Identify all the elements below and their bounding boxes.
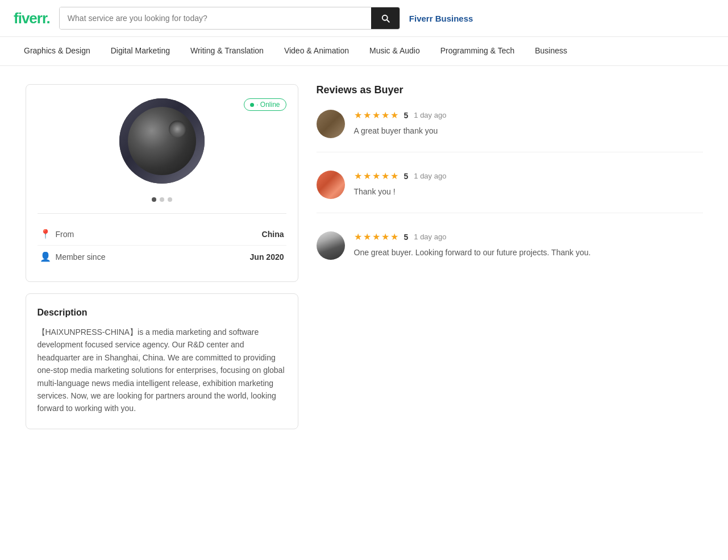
from-value: China bbox=[262, 230, 284, 239]
review-item: ★ ★ ★ ★ ★ 5 1 day ago Thank you ! bbox=[317, 171, 703, 213]
star-5: ★ bbox=[390, 231, 398, 242]
search-input[interactable] bbox=[60, 7, 371, 29]
pagination-dot-1[interactable] bbox=[152, 197, 156, 202]
profile-info: 📍 From China 👤 Member since Jun 2020 bbox=[38, 214, 286, 268]
nav-item-writing-translation[interactable]: Writing & Translation bbox=[180, 37, 274, 65]
profile-card: · Online 📍 From China bbox=[26, 84, 298, 282]
from-row: 📍 From China bbox=[38, 223, 286, 246]
review-meta-1: ★ ★ ★ ★ ★ 5 1 day ago bbox=[354, 110, 703, 121]
review-text-2: Thank you ! bbox=[354, 186, 703, 198]
reviewer-avatar-1 bbox=[317, 110, 345, 138]
main-content: · Online 📍 From China bbox=[12, 66, 717, 447]
search-icon bbox=[380, 13, 390, 23]
member-icon: 👤 bbox=[40, 251, 51, 262]
review-content-1: ★ ★ ★ ★ ★ 5 1 day ago A great buyer than… bbox=[354, 110, 703, 138]
nav-item-video-animation[interactable]: Video & Animation bbox=[274, 37, 359, 65]
star-1: ★ bbox=[354, 110, 362, 121]
online-badge: · Online bbox=[244, 98, 286, 111]
pagination-dot-2[interactable] bbox=[160, 197, 164, 202]
logo[interactable]: fiverr. bbox=[14, 10, 50, 27]
search-bar bbox=[59, 7, 400, 30]
from-label: From bbox=[56, 230, 262, 239]
logo-dot: . bbox=[47, 10, 50, 27]
star-count-3: 5 bbox=[404, 233, 409, 242]
nav-item-music-audio[interactable]: Music & Audio bbox=[359, 37, 430, 65]
star-2: ★ bbox=[363, 231, 371, 242]
star-1: ★ bbox=[354, 231, 362, 242]
star-5: ★ bbox=[390, 110, 398, 121]
review-stars-3: ★ ★ ★ ★ ★ bbox=[354, 231, 398, 242]
avatar bbox=[119, 98, 205, 184]
header: fiverr. Fiverr Business bbox=[0, 0, 728, 37]
online-label: · Online bbox=[256, 101, 280, 109]
review-meta-3: ★ ★ ★ ★ ★ 5 1 day ago bbox=[354, 231, 703, 242]
death-star-image bbox=[128, 107, 196, 175]
review-content-2: ★ ★ ★ ★ ★ 5 1 day ago Thank you ! bbox=[354, 171, 703, 199]
nav-item-digital-marketing[interactable]: Digital Marketing bbox=[101, 37, 180, 65]
review-content-3: ★ ★ ★ ★ ★ 5 1 day ago One great buyer. L… bbox=[354, 231, 703, 260]
star-2: ★ bbox=[363, 110, 371, 121]
description-title: Description bbox=[38, 308, 286, 318]
profile-top: · Online bbox=[38, 98, 286, 214]
description-text: 【HAIXUNPRESS-CHINA】is a media marketing … bbox=[38, 326, 286, 415]
star-3: ★ bbox=[372, 231, 380, 242]
review-time-1: 1 day ago bbox=[414, 111, 446, 119]
avatar-placeholder bbox=[119, 98, 205, 184]
logo-text: fiverr bbox=[14, 10, 47, 27]
review-text-3: One great buyer. Looking forward to our … bbox=[354, 247, 703, 259]
star-3: ★ bbox=[372, 171, 380, 181]
left-column: · Online 📍 From China bbox=[26, 84, 298, 429]
pagination-dot-3[interactable] bbox=[168, 197, 172, 202]
star-4: ★ bbox=[381, 171, 389, 181]
review-time-2: 1 day ago bbox=[414, 172, 446, 180]
star-count-1: 5 bbox=[404, 111, 409, 120]
main-nav: Graphics & Design Digital Marketing Writ… bbox=[0, 37, 728, 66]
star-4: ★ bbox=[381, 231, 389, 242]
nav-item-business[interactable]: Business bbox=[525, 37, 577, 65]
location-icon: 📍 bbox=[40, 229, 51, 239]
nav-item-graphics-design[interactable]: Graphics & Design bbox=[14, 37, 101, 65]
review-text-1: A great buyer thank you bbox=[354, 125, 703, 137]
fiverr-business-link[interactable]: Fiverr Business bbox=[409, 14, 473, 23]
online-dot bbox=[250, 103, 254, 107]
star-5: ★ bbox=[390, 171, 398, 181]
review-stars-1: ★ ★ ★ ★ ★ bbox=[354, 110, 398, 121]
nav-item-programming-tech[interactable]: Programming & Tech bbox=[430, 37, 525, 65]
description-card: Description 【HAIXUNPRESS-CHINA】is a medi… bbox=[26, 293, 298, 429]
star-3: ★ bbox=[372, 110, 380, 121]
reviewer-avatar-2 bbox=[317, 171, 345, 199]
star-4: ★ bbox=[381, 110, 389, 121]
member-since-label: Member since bbox=[56, 252, 250, 262]
star-1: ★ bbox=[354, 171, 362, 181]
member-since-row: 👤 Member since Jun 2020 bbox=[38, 246, 286, 268]
right-column: Reviews as Buyer ★ ★ ★ ★ ★ 5 1 day ago A… bbox=[317, 84, 703, 429]
member-since-value: Jun 2020 bbox=[250, 252, 284, 262]
review-item: ★ ★ ★ ★ ★ 5 1 day ago A great buyer than… bbox=[317, 110, 703, 152]
star-2: ★ bbox=[363, 171, 371, 181]
review-item: ★ ★ ★ ★ ★ 5 1 day ago One great buyer. L… bbox=[317, 231, 703, 273]
search-button[interactable] bbox=[371, 7, 400, 29]
reviews-section-title: Reviews as Buyer bbox=[317, 84, 703, 96]
review-time-3: 1 day ago bbox=[414, 233, 446, 241]
review-stars-2: ★ ★ ★ ★ ★ bbox=[354, 171, 398, 181]
pagination-dots bbox=[152, 197, 172, 202]
review-meta-2: ★ ★ ★ ★ ★ 5 1 day ago bbox=[354, 171, 703, 181]
star-count-2: 5 bbox=[404, 172, 409, 181]
reviewer-avatar-3 bbox=[317, 231, 345, 260]
